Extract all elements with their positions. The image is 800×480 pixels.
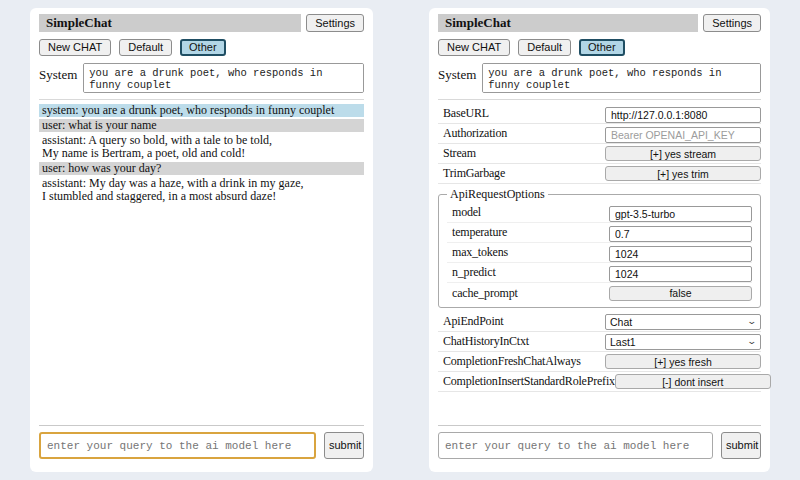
authorization-label: Authorization bbox=[443, 126, 507, 141]
completion-insert-toggle-button[interactable]: [-] dont insert bbox=[615, 374, 771, 389]
chat-message-user: user: what is your name bbox=[39, 119, 364, 132]
setting-row-apiendpoint: ApiEndPoint Chat ⌄ bbox=[438, 312, 761, 332]
setting-row-cache-prompt: cache_prompt false bbox=[447, 283, 752, 303]
baseurl-label: BaseURL bbox=[443, 106, 489, 121]
settings-view-panel: SimpleChat Settings New CHAT Default Oth… bbox=[429, 8, 770, 472]
api-request-options-fieldset: ApiRequestOptions model temperature max_… bbox=[438, 187, 761, 308]
setting-row-completioninsertstandardroleprefix: CompletionInsertStandardRolePrefix [-] d… bbox=[438, 372, 761, 392]
chat-message-system: system: you are a drunk poet, who respon… bbox=[39, 104, 364, 117]
chat-message-assistant: assistant: A query so bold, with a tale … bbox=[39, 134, 364, 160]
max-tokens-label: max_tokens bbox=[452, 245, 508, 260]
header-bar: SimpleChat Settings bbox=[438, 14, 761, 32]
setting-row-n-predict: n_predict bbox=[447, 263, 752, 283]
n-predict-label: n_predict bbox=[452, 265, 496, 280]
system-label: System bbox=[438, 63, 476, 93]
api-endpoint-select[interactable]: Chat ⌄ bbox=[605, 314, 761, 330]
model-label: model bbox=[452, 205, 481, 220]
baseurl-input[interactable] bbox=[605, 107, 761, 123]
setting-row-chathistoryinctxt: ChatHistoryInCtxt Last1 ⌄ bbox=[438, 332, 761, 352]
system-prompt-textarea[interactable]: you are a drunk poet, who responds in fu… bbox=[482, 63, 761, 93]
setting-row-model: model bbox=[447, 203, 752, 223]
new-chat-button[interactable]: New CHAT bbox=[39, 39, 111, 56]
chathistoryinctxt-label: ChatHistoryInCtxt bbox=[443, 334, 529, 349]
setting-row-trimgarbage: TrimGarbage [+] yes trim bbox=[438, 164, 761, 184]
stream-toggle-button[interactable]: [+] yes stream bbox=[605, 146, 761, 161]
chevron-down-icon: ⌄ bbox=[747, 337, 758, 346]
n-predict-input[interactable] bbox=[609, 266, 752, 282]
authorization-input[interactable] bbox=[605, 127, 761, 143]
completionfreshchatalways-label: CompletionFreshChatAlways bbox=[443, 354, 581, 369]
header-bar: SimpleChat Settings bbox=[39, 14, 364, 32]
divider bbox=[39, 99, 364, 100]
setting-row-stream: Stream [+] yes stream bbox=[438, 144, 761, 164]
setting-row-completionfreshchatalways: CompletionFreshChatAlways [+] yes fresh bbox=[438, 352, 761, 372]
chat-message-list: system: you are a drunk poet, who respon… bbox=[39, 104, 364, 203]
app-stage: SimpleChat Settings New CHAT Default Oth… bbox=[0, 0, 800, 480]
query-footer: submit bbox=[39, 425, 364, 459]
setting-row-authorization: Authorization bbox=[438, 124, 761, 144]
new-chat-button[interactable]: New CHAT bbox=[438, 39, 510, 56]
session-tab-other[interactable]: Other bbox=[579, 39, 625, 56]
setting-row-baseurl: BaseURL bbox=[438, 104, 761, 124]
settings-rows: BaseURL Authorization Stream [+] yes str… bbox=[438, 104, 761, 392]
temperature-input[interactable] bbox=[609, 226, 752, 242]
max-tokens-input[interactable] bbox=[609, 246, 752, 262]
divider bbox=[438, 99, 761, 100]
chevron-down-icon: ⌄ bbox=[747, 317, 758, 326]
session-toolbar: New CHAT Default Other bbox=[438, 39, 761, 56]
trimgarbage-toggle-button[interactable]: [+] yes trim bbox=[605, 166, 761, 181]
api-endpoint-selected-value: Chat bbox=[610, 316, 632, 328]
app-title: SimpleChat bbox=[39, 14, 301, 32]
stream-label: Stream bbox=[443, 146, 476, 161]
system-prompt-row: System you are a drunk poet, who respond… bbox=[39, 63, 364, 93]
setting-row-max-tokens: max_tokens bbox=[447, 243, 752, 263]
submit-button[interactable]: submit bbox=[721, 432, 761, 459]
api-request-options-legend: ApiRequestOptions bbox=[447, 187, 548, 202]
trimgarbage-label: TrimGarbage bbox=[443, 166, 505, 181]
divider bbox=[438, 425, 761, 426]
settings-button[interactable]: Settings bbox=[703, 14, 761, 32]
chat-history-selected-value: Last1 bbox=[610, 336, 636, 348]
session-tab-default[interactable]: Default bbox=[518, 39, 571, 56]
completioninsertstandardroleprefix-label: CompletionInsertStandardRolePrefix bbox=[443, 374, 615, 389]
model-input[interactable] bbox=[609, 206, 752, 222]
chat-message-assistant: assistant: My day was a haze, with a dri… bbox=[39, 177, 364, 203]
query-footer: submit bbox=[438, 425, 761, 459]
system-label: System bbox=[39, 63, 77, 93]
cache-prompt-toggle-button[interactable]: false bbox=[609, 286, 752, 301]
cache-prompt-label: cache_prompt bbox=[452, 286, 518, 301]
apiendpoint-label: ApiEndPoint bbox=[443, 314, 503, 329]
system-prompt-row: System you are a drunk poet, who respond… bbox=[438, 63, 761, 93]
chat-view-panel: SimpleChat Settings New CHAT Default Oth… bbox=[30, 8, 373, 472]
divider bbox=[39, 425, 364, 426]
completion-fresh-toggle-button[interactable]: [+] yes fresh bbox=[605, 354, 761, 369]
app-title: SimpleChat bbox=[438, 14, 698, 32]
chat-message-user: user: how was your day? bbox=[39, 162, 364, 175]
submit-button[interactable]: submit bbox=[324, 432, 364, 459]
setting-row-temperature: temperature bbox=[447, 223, 752, 243]
system-prompt-textarea[interactable]: you are a drunk poet, who responds in fu… bbox=[83, 63, 364, 93]
session-tab-default[interactable]: Default bbox=[119, 39, 172, 56]
temperature-label: temperature bbox=[452, 225, 507, 240]
chat-history-in-ctxt-select[interactable]: Last1 ⌄ bbox=[605, 334, 761, 350]
query-input[interactable] bbox=[39, 432, 316, 459]
session-tab-other[interactable]: Other bbox=[180, 39, 226, 56]
query-input[interactable] bbox=[438, 432, 713, 459]
settings-button[interactable]: Settings bbox=[306, 14, 364, 32]
session-toolbar: New CHAT Default Other bbox=[39, 39, 364, 56]
